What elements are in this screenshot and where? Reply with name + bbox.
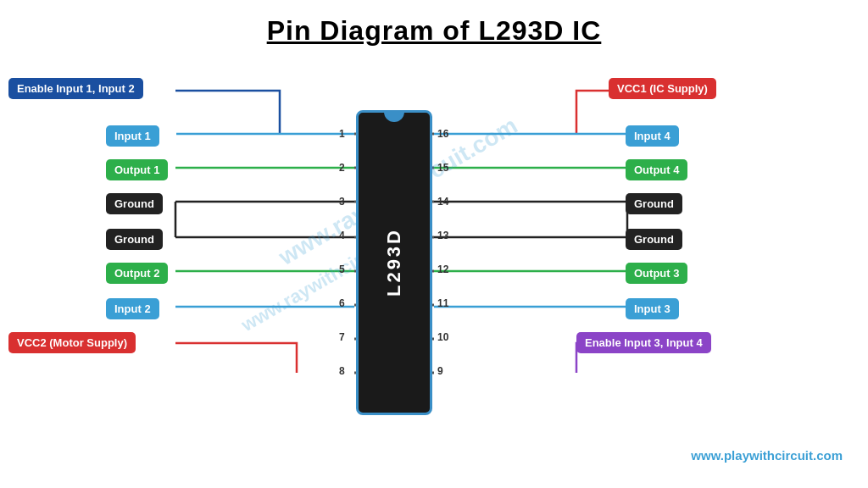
pin-num-3: 3 <box>339 196 345 208</box>
pin-num-2: 2 <box>339 162 345 174</box>
pin-num-4: 4 <box>339 230 345 241</box>
label-input2: Input 2 <box>106 298 159 319</box>
label-enable12: Enable Input 1, Input 2 <box>8 78 143 99</box>
label-ground-r1: Ground <box>626 193 682 214</box>
pin-num-16: 16 <box>437 128 448 140</box>
label-output3: Output 3 <box>626 263 687 284</box>
pin-num-6: 6 <box>339 297 345 309</box>
page-title: Pin Diagram of L293D IC <box>0 0 868 47</box>
label-input3: Input 3 <box>626 298 679 319</box>
pin-num-8: 8 <box>339 365 345 377</box>
pin-num-11: 11 <box>437 297 448 309</box>
label-ground-l1: Ground <box>106 193 163 214</box>
pin-num-10: 10 <box>437 331 448 343</box>
pin-num-15: 15 <box>437 162 448 174</box>
pin-num-9: 9 <box>437 365 443 377</box>
label-ground-l2: Ground <box>106 229 163 250</box>
label-output4: Output 4 <box>626 159 687 180</box>
ic-notch <box>384 112 404 122</box>
label-vcc1: VCC1 (IC Supply) <box>609 78 716 99</box>
ic-label: L293D <box>383 228 405 297</box>
pin-num-1: 1 <box>339 128 345 140</box>
ic-chip: L293D <box>356 110 432 415</box>
label-input1: Input 1 <box>106 125 159 147</box>
pin-num-5: 5 <box>339 263 345 275</box>
label-output2: Output 2 <box>106 263 168 284</box>
label-enable34: Enable Input 3, Input 4 <box>576 332 711 353</box>
pin-num-7: 7 <box>339 331 345 343</box>
label-ground-r2: Ground <box>626 229 682 250</box>
pin-num-13: 13 <box>437 230 448 241</box>
label-vcc2: VCC2 (Motor Supply) <box>8 332 136 353</box>
label-output1: Output 1 <box>106 159 168 180</box>
pin-num-14: 14 <box>437 196 448 208</box>
pin-num-12: 12 <box>437 263 448 275</box>
label-input4: Input 4 <box>626 125 679 147</box>
